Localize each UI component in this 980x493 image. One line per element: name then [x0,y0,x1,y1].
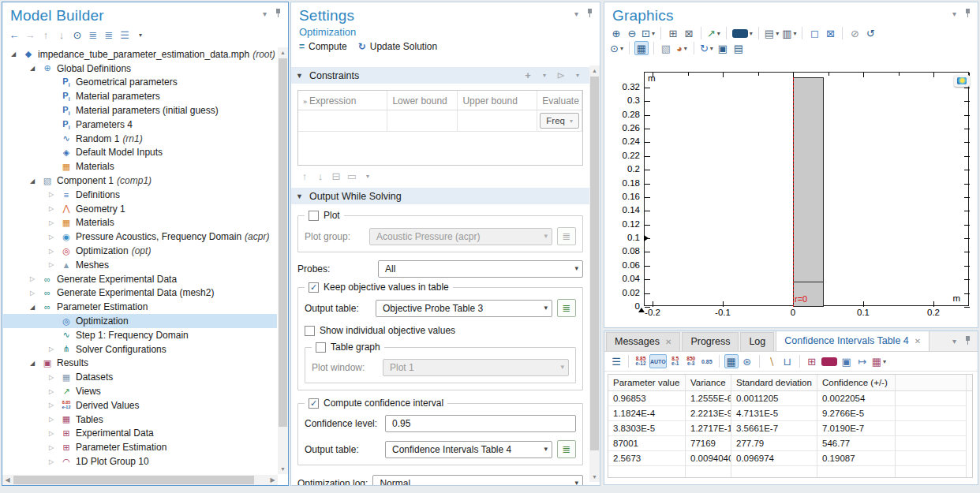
collapse-caret-icon[interactable]: ◢ [28,360,36,367]
scroll-up-icon[interactable]: ▲ [589,65,600,76]
toolbar-menu-caret-icon[interactable]: ▾ [133,28,148,42]
tree-item-datasets[interactable]: ▷▦Datasets [3,370,277,384]
clear-table-icon[interactable]: ∖ [765,354,779,368]
go-to-default-view-icon[interactable]: ↗▾ [706,26,721,40]
tree-item-optimization-physics[interactable]: ▷◎Optimization(opt) [3,244,277,258]
scrollbar-thumb[interactable] [13,476,254,484]
expand-caret-icon[interactable]: ▷ [47,261,55,268]
tree-item-results[interactable]: ◢▣Results [3,357,277,371]
confidence-output-table-select[interactable]: Confidence Intervals Table 4 [385,441,552,458]
expand-caret-icon[interactable]: ▷ [47,374,55,381]
clear-table-rows-icon[interactable]: ⊟ [329,169,343,183]
tree-item-material-parameters[interactable]: PiMaterial parameters [3,89,277,103]
dropdown-caret-icon[interactable]: ▾ [710,45,713,52]
expand-caret-icon[interactable]: ▷ [47,401,55,409]
constraints-cell[interactable] [298,110,387,132]
output-table-select[interactable]: Objective Probe Table 3 [376,300,552,317]
tab-log[interactable]: Log [740,332,774,351]
expand-caret-icon[interactable]: ▷ [28,275,36,282]
row-move-down-icon[interactable]: ↓ [313,169,327,183]
expand-caret-icon[interactable]: ▷ [47,191,55,198]
load-expression-caret-icon[interactable]: ▾ [570,69,585,83]
tree-item-views[interactable]: ▷↗Views [3,384,277,398]
reset-hiding-icon[interactable]: ↺ [863,26,877,40]
keep-objective-checkbox[interactable]: ✓ [309,282,319,293]
tree-item-optimization-study-step[interactable]: ◎Optimization [3,314,277,328]
table-menu-caret-icon[interactable]: ▾ [361,169,375,183]
collapse-caret-icon[interactable]: ◢ [28,177,36,185]
expand-caret-icon[interactable]: ▷ [47,388,55,395]
expand-caret-icon[interactable]: ▷ [47,248,55,255]
tables-menu-icon[interactable]: ▦▾ [871,354,887,368]
table-view-icon[interactable]: ▦ [724,354,739,368]
output-while-solving-section-header[interactable]: ▼ Output While Solving [291,188,589,204]
table-row[interactable]: 1.1824E-42.2213E-94.7131E-59.2766E-5 [608,406,972,421]
tree-item-generate-experimental-data-mesh2[interactable]: ▷∞Generate Experimental Data (mesh2) [3,286,277,301]
table-graph-checkbox[interactable] [316,342,326,353]
table-color-swatch-icon[interactable] [821,354,838,368]
close-tab-icon[interactable]: ✕ [915,337,921,345]
scrollbar-thumb[interactable] [590,77,599,450]
comsol-logo-button[interactable] [954,75,970,87]
optimization-log-select[interactable]: Normal [372,475,583,485]
orbit-icon[interactable]: ↻▾ [699,41,714,55]
scene-color-icon[interactable]: ▾ [731,26,754,40]
plot-checkbox[interactable] [309,211,319,221]
tree-item-meshes[interactable]: ▷▲Meshes [3,258,277,272]
update-solution-button[interactable]: ↻ Update Solution [358,41,437,52]
zoom-to-selection-icon[interactable]: ⊠ [682,26,696,40]
add-animation-to-export-icon[interactable]: ▥▾ [781,26,797,40]
tree-item-geometry-1[interactable]: ▷⋀Geometry 1 [3,202,277,216]
tree-item-random-1[interactable]: ∿Random 1(rn1) [3,132,277,146]
dropdown-caret-icon[interactable]: ▾ [776,30,779,37]
settings-vertical-scrollbar[interactable]: ▲ ▼ [589,65,600,482]
graphics-canvas[interactable]: 00.020.040.060.080.10.120.140.160.180.20… [604,64,978,327]
constraints-table-row[interactable]: Freq▾ [298,110,582,132]
expand-caret-icon[interactable]: ▷ [47,416,55,423]
scene-visibility-icon[interactable]: ⊙▾ [609,41,624,55]
tree-item-definitions[interactable]: ▷≡Definitions [3,188,277,202]
move-up-icon[interactable]: ↑ [39,28,53,42]
dropdown-caret-icon[interactable]: ▾ [684,45,687,52]
model-tree-horizontal-scrollbar[interactable]: ◀ ▶ [2,475,278,485]
tree-item-parameter-estimation-plot[interactable]: ▷⊞Parameter Estimation [3,440,277,454]
dropdown-caret-icon[interactable]: ▾ [652,30,655,37]
print-icon[interactable]: ▤ [731,41,746,55]
add-image-to-export-icon[interactable]: ▤▾ [764,26,780,40]
dropdown-caret-icon[interactable]: ▾ [620,45,623,52]
compute-button[interactable]: = Compute [299,41,347,52]
load-expression-icon[interactable]: ⊳ [554,69,568,83]
tree-item-geometrical-parameters[interactable]: PiGeometrical parameters [3,76,277,90]
constraints-section-header[interactable]: ▼ Constraints +▾⊳▾ [291,67,589,84]
confidence-checkbox[interactable]: ✓ [309,398,319,409]
table-settings-icon[interactable]: ☰ [609,354,623,368]
dropdown-caret-icon[interactable]: ▾ [717,30,720,37]
tree-item-parameters-4[interactable]: PiParameters 4 [3,118,277,132]
constraints-cell[interactable] [458,110,537,132]
add-constraint-icon[interactable]: + [521,69,535,83]
pin-icon[interactable] [964,9,971,18]
tree-item-generate-experimental-data[interactable]: ▷∞Generate Experimental Data [3,272,277,286]
table-row[interactable]: 8700177169277.79546.77 [608,436,972,451]
probes-select[interactable]: All [378,260,583,278]
dropdown-caret-icon[interactable]: ▾ [793,30,796,37]
scroll-up-icon[interactable]: ▲ [278,47,288,58]
scroll-right-icon[interactable]: ▶ [267,475,278,485]
full-precision-icon[interactable]: 8.85e-12 [634,354,648,368]
select-box-icon[interactable]: ◻ [807,26,821,40]
tree-item-step-1-frequency-domain[interactable]: ∿Step 1: Frequency Domain [3,328,277,342]
tree-item-plot-group-10[interactable]: ▷◠1D Plot Group 10 [3,454,277,469]
new-table-button[interactable]: ≣ [557,440,576,458]
tab-confidence-intervals-table-4[interactable]: Confidence Intervals Table 4✕ [776,331,930,351]
pin-icon[interactable] [586,9,593,18]
expand-caret-icon[interactable]: ▷ [47,458,55,465]
zoom-in-icon[interactable]: ⊕ [609,26,623,40]
delete-table-icon[interactable]: ⊔ [780,354,795,368]
add-plot-table-icon[interactable]: ⊞ [805,354,819,368]
add-constraint-caret-icon[interactable]: ▾ [537,69,552,83]
panel-menu-caret-icon[interactable]: ▾ [952,337,956,345]
go-forward-icon[interactable]: → [23,28,37,42]
expand-caret-icon[interactable]: ▷ [47,430,55,437]
grid-icon[interactable]: ▦ [634,41,649,55]
tree-item-material-parameters-initial-guess[interactable]: PiMaterial parameters (initial guess) [3,103,277,118]
